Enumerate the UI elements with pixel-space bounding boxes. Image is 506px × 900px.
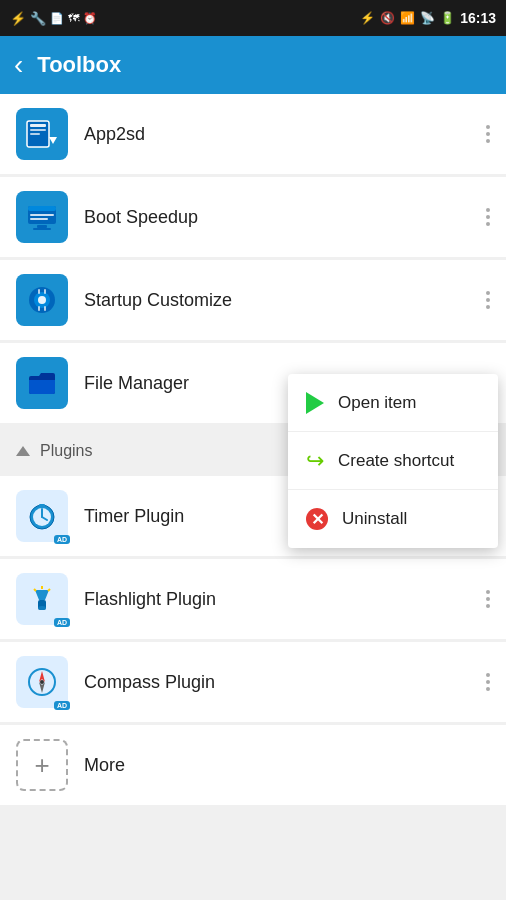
more-add-icon: + (16, 739, 68, 791)
context-menu: Open item ↪ Create shortcut ✕ Uninstall (288, 374, 498, 548)
flashlight-plugin-label: Flashlight Plugin (84, 589, 486, 610)
svg-rect-16 (38, 306, 40, 311)
status-icons-left: ⚡ 🔧 📄 🗺 ⏰ (10, 11, 97, 26)
status-time: 16:13 (460, 10, 496, 26)
create-shortcut-label: Create shortcut (338, 451, 454, 471)
battery-icon: 🔋 (440, 11, 455, 25)
uninstall-icon: ✕ (306, 508, 328, 530)
app2sd-icon (16, 108, 68, 160)
usb-icon: ⚡ (10, 11, 26, 26)
compass-plugin-more[interactable] (486, 667, 490, 697)
boot-speedup-icon (16, 191, 68, 243)
plugins-section-label: Plugins (40, 442, 92, 460)
status-bar: ⚡ 🔧 📄 🗺 ⏰ ⚡ 🔇 📶 📡 🔋 16:13 (0, 0, 506, 36)
list-item-more[interactable]: + More (0, 725, 506, 805)
svg-rect-3 (30, 133, 40, 135)
list-item-boot-speedup[interactable]: Boot Speedup (0, 177, 506, 257)
svg-line-28 (34, 589, 36, 591)
app2sd-label: App2sd (84, 124, 486, 145)
list-item-startup-customize[interactable]: Startup Customize (0, 260, 506, 340)
svg-rect-8 (30, 218, 48, 220)
svg-rect-15 (44, 289, 46, 294)
flashlight-plugin-more[interactable] (486, 584, 490, 614)
signal-icon: 📡 (420, 11, 435, 25)
svg-point-13 (38, 296, 46, 304)
svg-line-27 (48, 589, 50, 591)
svg-rect-17 (44, 306, 46, 311)
context-menu-open-item[interactable]: Open item (288, 374, 498, 432)
ad-badge-compass: AD (54, 701, 70, 710)
svg-rect-9 (37, 225, 47, 228)
open-item-label: Open item (338, 393, 416, 413)
startup-customize-label: Startup Customize (84, 290, 486, 311)
svg-rect-2 (30, 129, 46, 131)
flashlight-plugin-icon: AD (16, 573, 68, 625)
back-button[interactable]: ‹ (14, 49, 23, 81)
svg-rect-10 (33, 228, 51, 230)
svg-rect-6 (28, 206, 56, 211)
toolbar: ‹ Toolbox (0, 36, 506, 94)
wifi-icon: 📶 (400, 11, 415, 25)
chevron-up-icon (16, 446, 30, 456)
bluetooth-icon: ⚡ (360, 11, 375, 25)
ad-badge-timer: AD (54, 535, 70, 544)
context-menu-uninstall[interactable]: ✕ Uninstall (288, 490, 498, 548)
svg-rect-1 (30, 124, 46, 127)
svg-marker-4 (49, 137, 57, 144)
startup-customize-icon (16, 274, 68, 326)
compass-plugin-icon: AD (16, 656, 68, 708)
boot-speedup-label: Boot Speedup (84, 207, 486, 228)
svg-rect-7 (30, 214, 54, 216)
timer-plugin-icon: AD (16, 490, 68, 542)
clock-icon: ⏰ (83, 12, 97, 25)
shortcut-icon: ↪ (306, 448, 324, 474)
file-manager-icon (16, 357, 68, 409)
list-item-app2sd[interactable]: App2sd (0, 94, 506, 174)
mute-icon: 🔇 (380, 11, 395, 25)
svg-point-33 (40, 680, 44, 684)
list-item-compass-plugin[interactable]: AD Compass Plugin (0, 642, 506, 722)
compass-plugin-label: Compass Plugin (84, 672, 486, 693)
svg-rect-14 (38, 289, 40, 294)
ad-badge-flashlight: AD (54, 618, 70, 627)
context-menu-create-shortcut[interactable]: ↪ Create shortcut (288, 432, 498, 490)
more-label: More (84, 755, 490, 776)
wrench-icon: 🔧 (30, 11, 46, 26)
play-icon (306, 392, 324, 414)
status-icons-right: ⚡ 🔇 📶 📡 🔋 16:13 (360, 10, 496, 26)
toolbar-title: Toolbox (37, 52, 121, 78)
boot-speedup-more[interactable] (486, 202, 490, 232)
doc-icon: 📄 (50, 12, 64, 25)
uninstall-label: Uninstall (342, 509, 407, 529)
svg-point-25 (38, 606, 46, 610)
svg-rect-22 (39, 504, 45, 507)
list-item-flashlight-plugin[interactable]: AD Flashlight Plugin (0, 559, 506, 639)
app2sd-more[interactable] (486, 119, 490, 149)
startup-customize-more[interactable] (486, 285, 490, 315)
svg-marker-23 (35, 590, 49, 600)
maps-icon: 🗺 (68, 12, 79, 24)
